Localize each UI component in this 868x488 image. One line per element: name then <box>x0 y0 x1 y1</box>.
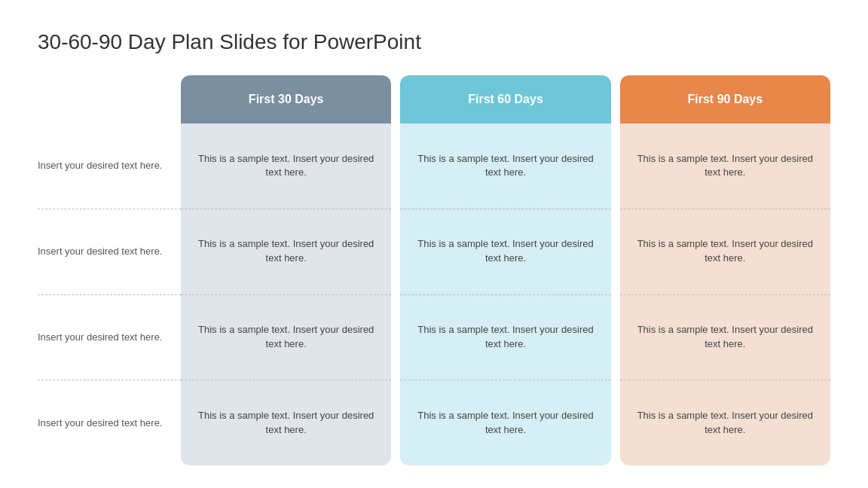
slide: 30-60-90 Day Plan Slides for PowerPoint … <box>0 0 868 488</box>
data-cell-col-90-row3: This is a sample text. Insert your desir… <box>620 380 830 465</box>
data-cell-col-60-row3: This is a sample text. Insert your desir… <box>400 380 610 465</box>
data-cell-col-30-row2: This is a sample text. Insert your desir… <box>181 295 391 381</box>
data-cell-col-90-row1: This is a sample text. Insert your desir… <box>620 209 830 295</box>
data-cell-col-90-row2: This is a sample text. Insert your desir… <box>620 295 830 381</box>
col-header-col-60: First 60 Days <box>400 75 610 124</box>
data-col-col-60: First 60 DaysThis is a sample text. Inse… <box>400 75 610 465</box>
data-cell-col-60-row0: This is a sample text. Insert your desir… <box>400 124 610 209</box>
slide-title: 30-60-90 Day Plan Slides for PowerPoint <box>38 30 830 54</box>
col-body-col-60: This is a sample text. Insert your desir… <box>400 124 610 465</box>
col-body-col-30: This is a sample text. Insert your desir… <box>181 124 391 465</box>
data-columns: First 30 DaysThis is a sample text. Inse… <box>181 75 830 465</box>
label-cell-2: Insert your desired text here. <box>38 295 181 381</box>
data-cell-col-30-row0: This is a sample text. Insert your desir… <box>181 124 391 209</box>
col-body-col-90: This is a sample text. Insert your desir… <box>620 124 830 465</box>
col-header-col-90: First 90 Days <box>620 75 830 124</box>
data-cell-col-90-row0: This is a sample text. Insert your desir… <box>620 124 830 209</box>
label-cell-1: Insert your desired text here. <box>38 209 181 295</box>
label-column: Insert your desired text here.Insert you… <box>38 75 181 465</box>
label-cell-3: Insert your desired text here. <box>38 380 181 465</box>
data-cell-col-60-row2: This is a sample text. Insert your desir… <box>400 295 610 381</box>
table-container: Insert your desired text here.Insert you… <box>38 75 830 465</box>
data-col-col-90: First 90 DaysThis is a sample text. Inse… <box>620 75 830 465</box>
label-cell-0: Insert your desired text here. <box>38 124 181 209</box>
data-cell-col-30-row3: This is a sample text. Insert your desir… <box>181 380 391 465</box>
data-cell-col-30-row1: This is a sample text. Insert your desir… <box>181 209 391 295</box>
col-header-col-30: First 30 Days <box>181 75 391 124</box>
data-cell-col-60-row1: This is a sample text. Insert your desir… <box>400 209 610 295</box>
data-col-col-30: First 30 DaysThis is a sample text. Inse… <box>181 75 391 465</box>
